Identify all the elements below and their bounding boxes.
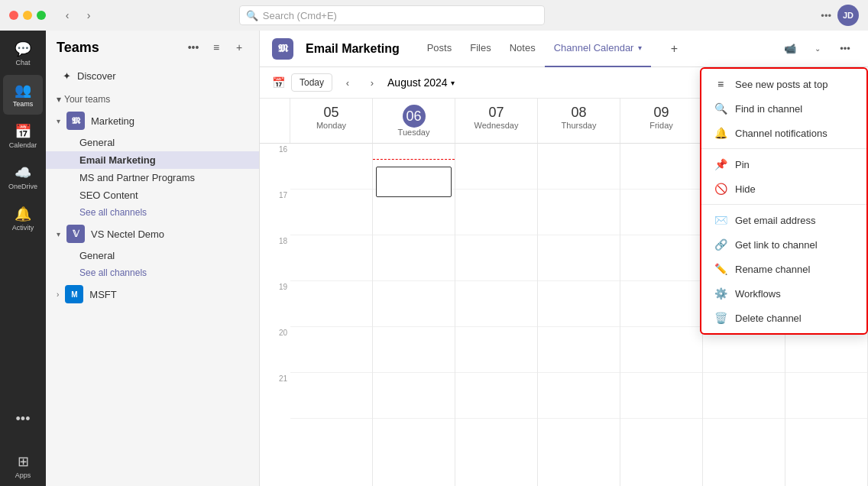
video-dropdown-button[interactable]: ⌄ <box>807 38 828 60</box>
channel-name: Email Marketing <box>306 42 400 56</box>
nav-forward-button[interactable]: › <box>79 6 98 24</box>
your-teams-label: Your teams <box>64 94 110 105</box>
team-expand-icon-msft: › <box>57 290 59 299</box>
channel-general-vsnectel[interactable]: General <box>46 247 259 264</box>
apps-icon: ⊞ <box>18 453 29 470</box>
close-button[interactable] <box>9 11 18 20</box>
event-block[interactable] <box>376 167 452 197</box>
channel-ms-partner[interactable]: MS and Partner Programs <box>46 169 259 186</box>
day-col-fri[interactable] <box>620 144 703 486</box>
dropdown-channel-notifications[interactable]: 🔔 Channel notifications <box>701 121 866 145</box>
dropdown-get-link[interactable]: 🔗 Get link to channel <box>701 232 866 257</box>
calendar-label: Calendar <box>9 141 37 149</box>
dropdown-hide[interactable]: 🚫 Hide <box>701 177 866 201</box>
dropdown-get-email-label: Get email address <box>735 215 816 226</box>
cal-day-header-4: 09 Friday <box>620 99 703 143</box>
team-vsnectel[interactable]: ▾ 𝕍 VS Nectel Demo <box>46 221 259 247</box>
dropdown-workflows[interactable]: ⚙️ Workflows <box>701 281 866 306</box>
team-marketing[interactable]: ▾ 𝕸 Marketing <box>46 108 259 134</box>
dropdown-find-in-channel[interactable]: 🔍 Find in channel <box>701 96 866 121</box>
tab-channel-calendar[interactable]: Channel Calendar ▾ <box>545 31 652 67</box>
channel-email-marketing[interactable]: Email Marketing <box>46 151 259 169</box>
dropdown-delete[interactable]: 🗑️ Delete channel <box>701 306 866 330</box>
avatar[interactable]: JD <box>837 5 859 26</box>
sidebar-item-teams[interactable]: 👥 Teams <box>3 75 43 115</box>
dropdown-pin[interactable]: 📌 Pin <box>701 152 866 177</box>
day-col-wed[interactable] <box>455 144 538 486</box>
nav-arrows: ‹ › <box>58 6 98 24</box>
dropdown-workflows-label: Workflows <box>735 288 781 300</box>
sidebar-add-button[interactable]: + <box>230 38 248 57</box>
sidebar-item-activity[interactable]: 🔔 Activity <box>3 199 43 238</box>
team-logo-msft: M <box>65 285 83 303</box>
day-label-0: Monday <box>316 121 346 130</box>
sidebar-item-apps[interactable]: ⊞ Apps <box>3 446 43 486</box>
sidebar-item-calendar[interactable]: 📅 Calendar <box>3 116 43 156</box>
time-18: 18 <box>260 235 290 281</box>
video-call-button[interactable]: 📹 <box>779 38 801 60</box>
dropdown-see-new-posts[interactable]: ≡ See new posts at top <box>701 72 866 96</box>
sidebar-actions: ••• ≡ + <box>184 38 248 57</box>
search-bar[interactable]: 🔍 Search (Cmd+E) <box>239 5 545 25</box>
month-title: August 2024 ▾ <box>387 76 455 89</box>
today-button[interactable]: Today <box>291 73 332 92</box>
cal-back-button[interactable]: ‹ <box>338 73 357 92</box>
discover-button[interactable]: ✦ Discover <box>52 66 253 86</box>
maximize-button[interactable] <box>37 11 46 20</box>
see-all-vsnectel[interactable]: See all channels <box>46 264 259 281</box>
day-label-2: Wednesday <box>474 121 519 130</box>
day-label-3: Thursday <box>562 121 597 130</box>
channel-seo-content[interactable]: SEO Content <box>46 186 259 204</box>
day-col-thu[interactable] <box>538 144 620 486</box>
sidebar-item-more[interactable]: ••• <box>3 399 43 439</box>
list-icon: ≡ <box>714 78 727 90</box>
content-area: 𝕸 Email Marketing Posts Files Notes Chan… <box>260 31 868 486</box>
team-name-msft: MSFT <box>89 289 116 300</box>
email-icon: ✉️ <box>714 214 727 226</box>
teams-icon: 👥 <box>15 82 31 99</box>
team-name-vsnectel: VS Nectel Demo <box>91 228 164 240</box>
pin-icon: 📌 <box>714 158 727 170</box>
cal-forward-button[interactable]: › <box>363 73 381 92</box>
discover-icon: ✦ <box>63 70 71 82</box>
dropdown-get-email[interactable]: ✉️ Get email address <box>701 208 866 232</box>
sidebar-more-button[interactable]: ••• <box>184 38 202 57</box>
onedrive-icon: ☁️ <box>15 164 31 181</box>
team-expand-icon-vsnectel: ▾ <box>57 230 60 238</box>
channel-general-marketing[interactable]: General <box>46 134 259 151</box>
channel-logo: 𝕸 <box>272 38 293 60</box>
dropdown-get-link-label: Get link to channel <box>735 239 818 251</box>
day-label-4: Friday <box>649 121 673 130</box>
tab-files[interactable]: Files <box>461 31 500 67</box>
day-col-mon[interactable] <box>290 144 373 486</box>
tab-notes[interactable]: Notes <box>500 31 545 67</box>
team-msft[interactable]: › M MSFT <box>46 281 259 307</box>
main-layout: 💬 Chat 👥 Teams 📅 Calendar ☁️ OneDrive 🔔 … <box>0 31 868 486</box>
nav-back-button[interactable]: ‹ <box>58 6 76 24</box>
day-num-0: 05 <box>293 105 369 121</box>
dropdown-arrow-icon: ▾ <box>638 44 642 52</box>
day-num-2: 07 <box>458 105 534 121</box>
dropdown-rename[interactable]: ✏️ Rename channel <box>701 257 866 281</box>
see-all-marketing[interactable]: See all channels <box>46 204 259 221</box>
apps-label: Apps <box>15 471 31 479</box>
minimize-button[interactable] <box>23 11 32 20</box>
dropdown-find-in-channel-label: Find in channel <box>735 103 802 115</box>
day-num-4: 09 <box>623 105 699 121</box>
tab-posts[interactable]: Posts <box>418 31 462 67</box>
channel-tabs: Posts Files Notes Channel Calendar ▾ <box>418 31 652 67</box>
sidebar-filter-button[interactable]: ≡ <box>207 38 225 57</box>
add-tab-button[interactable]: + <box>663 38 685 60</box>
more-icon[interactable]: ••• <box>821 10 831 21</box>
activity-label: Activity <box>12 224 34 232</box>
day-col-tue[interactable] <box>373 144 455 486</box>
sidebar-item-chat[interactable]: 💬 Chat <box>3 34 43 73</box>
search-icon: 🔍 <box>714 102 727 115</box>
divider-2 <box>701 204 866 205</box>
channel-more-button[interactable]: ••• <box>834 38 856 60</box>
activity-icon: 🔔 <box>15 206 31 222</box>
time-16: 16 <box>260 144 290 190</box>
sidebar-item-onedrive[interactable]: ☁️ OneDrive <box>3 157 43 197</box>
dropdown-menu: ≡ See new posts at top 🔍 Find in channel… <box>700 67 868 335</box>
cal-day-header-1: 06 Tuesday <box>373 99 455 143</box>
